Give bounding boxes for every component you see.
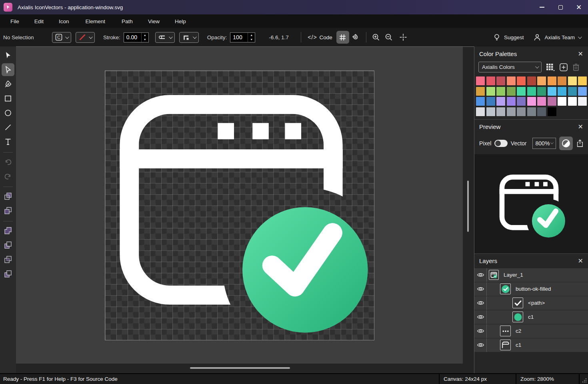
union-button[interactable] [2,224,14,237]
color-swatch[interactable] [507,107,516,116]
color-swatch[interactable] [486,107,495,116]
menu-element[interactable]: Element [77,18,114,24]
arrange-front-button[interactable] [2,190,14,203]
visibility-toggle[interactable] [474,296,487,310]
color-swatch[interactable] [476,87,485,96]
text-tool[interactable] [2,135,14,148]
stroke-up-button[interactable]: ▲ [142,33,148,38]
zoom-out-button[interactable] [382,31,395,44]
color-swatch[interactable] [537,76,546,85]
opacity-stepper[interactable]: 100 ▲▼ [230,32,255,42]
stroke-width-value[interactable]: 0.00 [124,33,141,42]
color-swatch[interactable] [568,97,577,106]
palette-view-icon[interactable] [546,63,555,72]
snap-toggle-button[interactable] [349,31,362,44]
pen-tool[interactable] [2,78,14,90]
stroke-width-stepper[interactable]: 0.00 ▲▼ [124,32,149,42]
export-icon[interactable] [576,139,584,148]
color-swatch[interactable] [527,107,536,116]
maximize-button[interactable] [551,0,570,14]
color-swatch[interactable] [507,97,516,106]
color-swatch[interactable] [527,76,536,85]
color-swatch[interactable] [537,97,546,106]
preview-zoom-select[interactable]: 800% [532,138,556,149]
color-swatch[interactable] [578,87,587,96]
color-swatch[interactable] [517,97,526,106]
account-menu[interactable]: Axialis Team [533,33,581,41]
horizontal-scrollbar-thumb[interactable] [190,367,290,369]
color-swatch[interactable] [507,76,516,85]
color-swatch[interactable] [558,87,566,96]
zoom-in-button[interactable] [370,31,382,44]
color-swatch[interactable] [496,76,505,85]
visibility-toggle[interactable] [474,310,487,324]
opacity-down-button[interactable]: ▼ [248,37,255,42]
color-swatch[interactable] [517,107,526,116]
layer-row[interactable]: c1 [474,338,588,352]
color-swatch[interactable] [568,87,577,96]
color-swatch[interactable] [486,76,495,85]
color-swatch[interactable] [578,76,587,85]
line-join-dropdown[interactable] [179,32,199,43]
horizontal-scrollbar-track[interactable] [16,364,463,373]
visibility-toggle[interactable] [474,338,487,352]
menu-view[interactable]: View [140,18,167,24]
menu-icon[interactable]: Icon [51,18,77,24]
color-swatch[interactable] [476,97,485,106]
color-swatch[interactable] [558,76,566,85]
visibility-toggle[interactable] [474,268,487,282]
icon-canvas[interactable] [105,70,374,340]
preview-background-button[interactable] [559,137,573,150]
visibility-toggle[interactable] [474,282,487,296]
opacity-value[interactable]: 100 [230,33,248,42]
color-swatch[interactable] [558,97,566,106]
fit-view-button[interactable] [397,31,410,44]
pixel-vector-toggle[interactable] [494,140,507,147]
redo-button[interactable] [2,170,14,183]
color-swatch[interactable] [537,107,546,116]
close-icon[interactable]: ✕ [578,123,583,131]
close-button[interactable]: ✕ [570,0,588,14]
layer-row[interactable]: c2 [474,324,588,338]
color-swatch[interactable] [568,76,577,85]
close-icon[interactable]: ✕ [578,257,583,265]
color-swatch[interactable] [496,107,505,116]
intersect-button[interactable] [2,253,14,266]
color-swatch[interactable] [548,97,556,106]
color-swatch[interactable] [517,76,526,85]
color-swatch[interactable] [496,87,505,96]
color-swatch[interactable] [527,97,536,106]
exclude-button[interactable] [2,267,14,280]
line-cap-dropdown[interactable] [155,32,175,43]
layer-row[interactable]: button-ok-filled [474,282,588,296]
canvas-area[interactable] [16,46,463,364]
stroke-down-button[interactable]: ▼ [142,37,148,42]
menu-edit[interactable]: Edit [27,18,51,24]
stroke-color-dropdown[interactable] [76,32,95,43]
menu-file[interactable]: File [3,18,27,24]
palette-select[interactable]: Axialis Colors [478,62,542,72]
color-swatch[interactable] [496,97,505,106]
fill-style-dropdown[interactable]: C [52,32,71,43]
ellipse-tool[interactable] [2,107,14,119]
layer-row[interactable]: <path> [474,296,588,310]
layer-row[interactable]: c1 [474,310,588,324]
add-palette-icon[interactable] [559,63,568,72]
color-swatch[interactable] [517,87,526,96]
color-swatch[interactable] [537,87,546,96]
color-swatch[interactable] [548,76,556,85]
close-icon[interactable]: ✕ [578,50,583,58]
minimize-button[interactable] [533,0,551,14]
vertical-scrollbar-track[interactable] [463,46,474,373]
opacity-up-button[interactable]: ▲ [248,33,255,38]
code-button[interactable]: </> Code [308,34,332,40]
undo-button[interactable] [2,155,14,168]
resize-grip[interactable] [579,374,588,384]
subtract-button[interactable] [2,239,14,251]
color-swatch[interactable] [548,87,556,96]
delete-palette-icon[interactable] [572,63,580,72]
color-swatch[interactable] [486,97,495,106]
color-swatch[interactable] [527,87,536,96]
arrange-back-button[interactable] [2,204,14,217]
select-tool[interactable] [2,49,14,62]
